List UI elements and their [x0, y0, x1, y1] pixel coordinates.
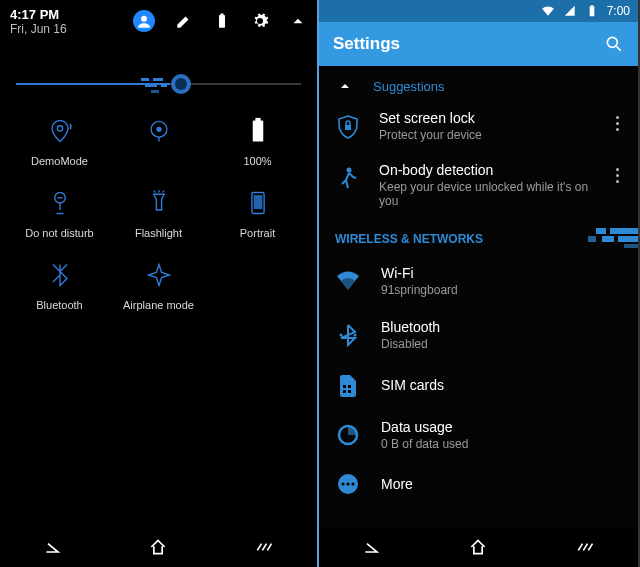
- svg-rect-24: [590, 5, 592, 7]
- settings-sim[interactable]: SIM cards: [319, 362, 638, 408]
- settings-data[interactable]: Data usage0 B of data used: [319, 408, 638, 462]
- user-avatar-icon[interactable]: [133, 10, 155, 32]
- svg-rect-18: [252, 120, 263, 141]
- section-wireless: WIRELESS & NETWORKS: [319, 218, 638, 254]
- wifi-status-icon: [541, 4, 555, 18]
- settings-icon[interactable]: [251, 12, 269, 30]
- suggestions-label: Suggestions: [373, 79, 445, 94]
- nav-recents-icon[interactable]: [254, 537, 274, 557]
- svg-point-15: [57, 125, 62, 130]
- settings-more[interactable]: More: [319, 462, 638, 506]
- svg-rect-19: [255, 118, 260, 122]
- nav-back-icon[interactable]: [362, 537, 382, 557]
- data-usage-icon: [337, 424, 359, 446]
- svg-point-5: [141, 16, 147, 22]
- qs-tile-location[interactable]: [109, 117, 208, 167]
- status-clock: 4:17 PM Fri, Jun 16: [10, 8, 67, 37]
- qs-tile-bluetooth[interactable]: Bluetooth: [10, 261, 109, 311]
- svg-point-43: [346, 482, 349, 485]
- svg-rect-31: [602, 236, 614, 242]
- edit-icon[interactable]: [175, 12, 193, 30]
- svg-point-34: [340, 334, 343, 337]
- qs-tile-battery[interactable]: 100%: [208, 117, 307, 167]
- svg-rect-28: [610, 228, 638, 234]
- kebab-icon[interactable]: [610, 162, 624, 183]
- collapse-icon[interactable]: [289, 12, 307, 30]
- svg-point-42: [341, 482, 344, 485]
- bluetooth-icon: [337, 323, 359, 347]
- battery-status-icon[interactable]: [213, 12, 231, 30]
- svg-rect-6: [219, 15, 225, 28]
- shield-icon: [336, 114, 360, 140]
- more-icon: [337, 473, 359, 495]
- search-icon[interactable]: [604, 34, 624, 54]
- svg-point-17: [156, 126, 161, 131]
- wifi-icon: [336, 270, 360, 292]
- svg-rect-12: [145, 84, 157, 87]
- settings-appbar: Settings: [319, 22, 638, 66]
- qs-tile-dnd[interactable]: Do not disturb: [10, 189, 109, 239]
- qs-tile-airplane[interactable]: Airplane mode: [109, 261, 208, 311]
- appbar-title: Settings: [333, 34, 400, 54]
- svg-rect-33: [624, 244, 638, 248]
- svg-rect-30: [618, 236, 638, 242]
- qs-tile-grid: DemoMode 100% Do not disturb Flashlight …: [10, 117, 307, 311]
- status-time: 7:00: [607, 4, 630, 18]
- nav-bar: [319, 527, 638, 567]
- chevron-up-icon: [337, 78, 353, 94]
- decorative-streak-icon: [560, 226, 638, 248]
- status-bar: 7:00: [319, 0, 638, 22]
- quick-settings-shade: 4:17 PM Fri, Jun 16 DemoMode: [0, 0, 317, 527]
- brightness-slider[interactable]: [16, 71, 301, 99]
- qs-tile-flashlight[interactable]: Flashlight: [109, 189, 208, 239]
- svg-rect-29: [596, 228, 606, 234]
- svg-point-27: [347, 168, 352, 173]
- qs-tile-portrait[interactable]: Portrait: [208, 189, 307, 239]
- nav-home-icon[interactable]: [468, 537, 488, 557]
- nav-bar: [0, 527, 317, 567]
- settings-wifi[interactable]: Wi-Fi91springboard: [319, 254, 638, 308]
- svg-rect-36: [343, 385, 346, 388]
- svg-rect-11: [153, 78, 163, 81]
- svg-rect-14: [151, 90, 159, 93]
- nav-recents-icon[interactable]: [575, 537, 595, 557]
- suggestions-header[interactable]: Suggestions: [319, 66, 638, 100]
- svg-point-44: [351, 482, 354, 485]
- signal-status-icon: [563, 4, 577, 18]
- qs-tile-demomode[interactable]: DemoMode: [10, 117, 109, 167]
- svg-rect-10: [141, 78, 149, 81]
- svg-point-35: [354, 334, 357, 337]
- svg-rect-13: [161, 84, 167, 87]
- svg-rect-39: [348, 390, 351, 393]
- walking-person-icon: [337, 166, 359, 192]
- svg-rect-32: [588, 236, 596, 242]
- svg-rect-23: [589, 6, 594, 16]
- kebab-icon[interactable]: [610, 110, 624, 131]
- svg-rect-22: [253, 195, 262, 209]
- svg-rect-38: [343, 390, 346, 393]
- battery-status-icon: [585, 4, 599, 18]
- nav-home-icon[interactable]: [148, 537, 168, 557]
- svg-point-25: [607, 37, 617, 47]
- suggestion-screen-lock[interactable]: Set screen lockProtect your device: [319, 100, 638, 152]
- svg-point-9: [175, 78, 187, 90]
- sim-icon: [338, 373, 358, 397]
- svg-rect-37: [348, 385, 351, 388]
- svg-rect-7: [221, 14, 224, 16]
- suggestion-onbody[interactable]: On-body detectionKeep your device unlock…: [319, 152, 638, 218]
- settings-bluetooth[interactable]: BluetoothDisabled: [319, 308, 638, 362]
- nav-back-icon[interactable]: [43, 537, 63, 557]
- svg-rect-26: [345, 125, 351, 130]
